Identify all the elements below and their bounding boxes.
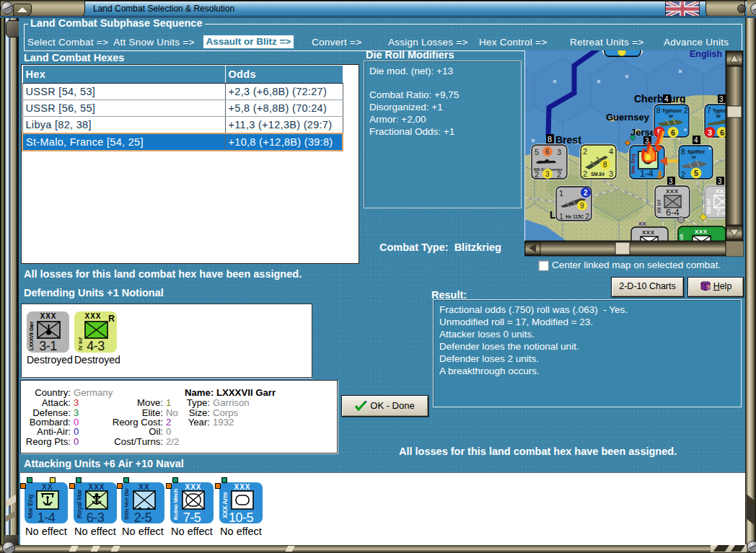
- svg-text:2: 2: [584, 189, 588, 197]
- svg-text:IB: IB: [669, 114, 674, 118]
- svg-text:3: 3: [557, 148, 561, 156]
- svg-text:IX: IX: [692, 155, 696, 159]
- svg-text:*: *: [684, 128, 687, 136]
- svg-text:Spitfire: Spitfire: [687, 149, 705, 155]
- svg-text:6: 6: [545, 148, 550, 156]
- svg-text:8: 8: [548, 135, 552, 143]
- svg-text:2: 2: [535, 170, 539, 179]
- svg-text:IB: IB: [716, 114, 721, 118]
- svg-text:5: 5: [535, 148, 539, 156]
- svg-text:4: 4: [694, 136, 698, 144]
- svg-text:3: 3: [545, 170, 550, 178]
- svg-text:4: 4: [664, 95, 669, 103]
- svg-text:2: 2: [585, 212, 589, 221]
- svg-text:1: 1: [559, 189, 563, 198]
- svg-text:4: 4: [609, 147, 613, 156]
- svg-text:XXX: XXX: [695, 229, 708, 235]
- svg-text:1: 1: [559, 212, 563, 221]
- svg-text:Typhoon: Typhoon: [662, 108, 682, 114]
- svg-text:SM.84: SM.84: [591, 172, 605, 177]
- svg-text:8: 8: [656, 107, 661, 115]
- svg-text:XII Inf: XII Inf: [656, 199, 662, 213]
- svg-text:2: 2: [583, 147, 587, 156]
- svg-text:?: ?: [706, 284, 710, 291]
- svg-text:5: 5: [694, 169, 698, 177]
- svg-text:3: 3: [708, 128, 712, 137]
- svg-text:6: 6: [671, 128, 675, 137]
- svg-text:Guernsey: Guernsey: [606, 112, 650, 123]
- svg-text:1-4: 1-4: [640, 168, 654, 179]
- svg-text:3: 3: [718, 177, 722, 185]
- svg-text:Cherbourg: Cherbourg: [634, 93, 686, 105]
- svg-text:6-4: 6-4: [666, 207, 680, 218]
- svg-text:9: 9: [580, 202, 584, 210]
- svg-text:He 115C: He 115C: [566, 214, 584, 219]
- svg-text:XIII Inf: XIII Inf: [706, 198, 711, 214]
- svg-text:3: 3: [609, 169, 613, 178]
- svg-text:English: English: [690, 50, 722, 59]
- svg-text:2: 2: [583, 169, 587, 178]
- svg-text:3: 3: [719, 95, 724, 103]
- svg-text:2: 2: [557, 170, 561, 179]
- svg-text:8: 8: [603, 161, 607, 169]
- svg-text:*: *: [708, 146, 711, 154]
- svg-text:2: 2: [684, 107, 688, 115]
- svg-text:6: 6: [720, 128, 724, 137]
- svg-text:XXX: XXX: [666, 188, 679, 195]
- svg-text:8: 8: [681, 148, 685, 156]
- svg-text:7: 7: [707, 107, 711, 115]
- svg-text:3: 3: [669, 177, 673, 185]
- svg-text:2: 2: [681, 170, 685, 179]
- svg-text:XX: XX: [638, 221, 646, 227]
- svg-text:Mar Eng: Mar Eng: [630, 154, 636, 174]
- svg-text:XXX: XXX: [642, 229, 655, 236]
